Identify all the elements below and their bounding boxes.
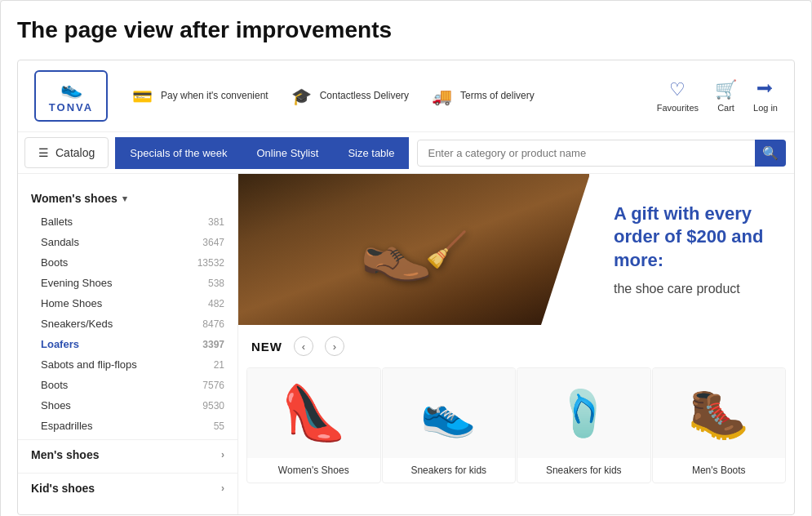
search-box: 🔍 [417, 140, 786, 167]
favourites-button[interactable]: ♡ Favourites [657, 79, 699, 113]
banner-text: A gift with every order of $200 and more… [589, 174, 794, 325]
banner-subtext: the shoe care product [614, 282, 770, 296]
size-table-link[interactable]: Size table [333, 137, 409, 169]
search-input[interactable] [417, 140, 786, 167]
new-section: New ‹ › [238, 325, 794, 356]
product-name-sneakers-kids-2: Sneakers for kids [517, 458, 650, 483]
sidebar-item-sneakers[interactable]: Sneakers/Keds 8476 [18, 314, 237, 334]
navbar: ☰ Catalog Specials of the week Online St… [18, 132, 794, 174]
kids-chevron-icon: › [221, 483, 224, 494]
content-area: 👞 🧹 A gift with every order of $200 and … [238, 174, 794, 514]
prev-arrow[interactable]: ‹ [294, 336, 313, 356]
specials-link[interactable]: Specials of the week [115, 137, 242, 169]
mens-chevron-icon: › [221, 449, 224, 460]
product-image-sneakers-kids-1: 👟 [383, 368, 516, 458]
mens-shoes-parent[interactable]: Men's shoes › [18, 439, 237, 469]
home-shoes-count: 482 [208, 298, 224, 309]
loafers-count: 3397 [202, 339, 224, 350]
evening-shoes-count: 538 [208, 278, 224, 289]
sidebar-item-sabots[interactable]: Sabots and flip-flops 21 [18, 354, 237, 375]
product-card-mens-boots[interactable]: 🥾 Men's Boots [652, 367, 787, 483]
feature-payment: 💳 Pay when it's convenient [132, 87, 268, 106]
expand-icon: ▾ [122, 194, 127, 204]
main-layout: Women's shoes ▾ Ballets 381 Sandals 3647… [18, 174, 794, 514]
banner-headline: A gift with every order of $200 and more… [614, 202, 770, 273]
feature-delivery-text: Contactless Delivery [320, 90, 409, 103]
cart-icon: 🛒 [715, 79, 737, 100]
hamburger-icon: ☰ [38, 146, 49, 159]
feature-delivery: 🎓 Contactless Delivery [291, 87, 409, 106]
header: 👟 TONVA 💳 Pay when it's convenient 🎓 Con… [18, 60, 794, 132]
feature-terms: 🚚 Terms of delivery [432, 87, 535, 106]
heart-icon: ♡ [669, 79, 686, 100]
catalog-button[interactable]: ☰ Catalog [24, 137, 109, 168]
delivery-icon: 🎓 [291, 87, 312, 106]
product-name-mens-boots: Men's Boots [653, 458, 786, 483]
banner: 👞 🧹 A gift with every order of $200 and … [238, 174, 794, 325]
sneakers-kids-2-icon: 🩴 [556, 387, 612, 440]
kids-shoes-label: Kid's shoes [31, 482, 95, 495]
sneakers-label: Sneakers/Keds [41, 318, 113, 330]
feature-payment-text: Pay when it's convenient [161, 90, 268, 103]
espadrilles-label: Espadrilles [41, 420, 93, 432]
sandals-label: Sandals [41, 236, 79, 248]
sabots-label: Sabots and flip-flops [41, 358, 137, 371]
women-category-parent[interactable]: Women's shoes ▾ [18, 185, 237, 211]
boots-2-label: Boots [41, 379, 68, 391]
new-label: New [251, 340, 282, 354]
ballets-count: 381 [208, 216, 224, 228]
logo-text: TONVA [49, 101, 93, 113]
sidebar-item-loafers[interactable]: Loafers 3397 [18, 334, 237, 354]
login-button[interactable]: ⮕ Log in [753, 79, 778, 113]
sidebar-item-boots-1[interactable]: Boots 13532 [18, 252, 237, 273]
product-image-womens: 👠 [247, 368, 380, 458]
sandals-count: 3647 [202, 237, 224, 248]
mens-shoes-label: Men's shoes [31, 448, 99, 461]
stylist-link[interactable]: Online Stylist [242, 137, 334, 169]
terms-icon: 🚚 [432, 87, 452, 106]
banner-image: 👞 🧹 [238, 174, 589, 325]
product-card-sneakers-kids-2[interactable]: 🩴 Sneakers for kids [517, 367, 651, 483]
favourites-label: Favourites [657, 103, 699, 113]
banner-tools-overlay: 👞 🧹 [238, 174, 589, 325]
espadrilles-count: 55 [214, 420, 224, 432]
boots-1-label: Boots [41, 256, 68, 269]
loafers-label: Loafers [41, 338, 79, 350]
login-label: Log in [753, 103, 778, 113]
next-arrow[interactable]: › [325, 336, 344, 356]
page-title: The page view after improvements [17, 17, 795, 43]
product-card-womens-shoes[interactable]: 👠 Women's Shoes [246, 367, 381, 483]
sidebar-item-espadrilles[interactable]: Espadrilles 55 [18, 416, 237, 436]
logo[interactable]: 👟 TONVA [34, 70, 108, 122]
sidebar-item-home-shoes[interactable]: Home Shoes 482 [18, 293, 237, 314]
sidebar-item-ballets[interactable]: Ballets 381 [18, 211, 237, 232]
product-image-sneakers-kids-2: 🩴 [517, 368, 650, 458]
sneakers-kids-1-icon: 👟 [420, 387, 477, 440]
sneakers-count: 8476 [202, 318, 224, 330]
sidebar-item-shoes[interactable]: Shoes 9530 [18, 395, 237, 416]
boots-2-count: 7576 [202, 380, 224, 391]
boots-1-count: 13532 [197, 257, 224, 269]
nav-links: Specials of the week Online Stylist Size… [115, 137, 409, 169]
mens-boots-icon: 🥾 [688, 385, 749, 443]
product-card-sneakers-kids-1[interactable]: 👟 Sneakers for kids [382, 367, 517, 483]
women-shoes-label: Women's shoes [31, 192, 118, 205]
kids-shoes-parent[interactable]: Kid's shoes › [18, 473, 237, 503]
search-button[interactable]: 🔍 [755, 140, 786, 167]
shoes-label: Shoes [41, 399, 71, 411]
product-image-mens-boots: 🥾 [653, 368, 786, 458]
payment-icon: 💳 [132, 87, 153, 106]
product-name-sneakers-kids-1: Sneakers for kids [383, 458, 516, 483]
login-icon: ⮕ [757, 79, 774, 100]
cart-button[interactable]: 🛒 Cart [715, 79, 737, 113]
sabots-count: 21 [214, 359, 224, 371]
catalog-label: Catalog [55, 146, 95, 159]
sidebar: Women's shoes ▾ Ballets 381 Sandals 3647… [18, 174, 238, 514]
header-features: 💳 Pay when it's convenient 🎓 Contactless… [132, 87, 632, 106]
cart-label: Cart [717, 103, 734, 113]
sidebar-item-boots-2[interactable]: Boots 7576 [18, 375, 237, 395]
sidebar-item-sandals[interactable]: Sandals 3647 [18, 232, 237, 252]
search-icon: 🔍 [762, 145, 779, 161]
product-name-womens: Women's Shoes [247, 458, 380, 483]
sidebar-item-evening-shoes[interactable]: Evening Shoes 538 [18, 273, 237, 293]
